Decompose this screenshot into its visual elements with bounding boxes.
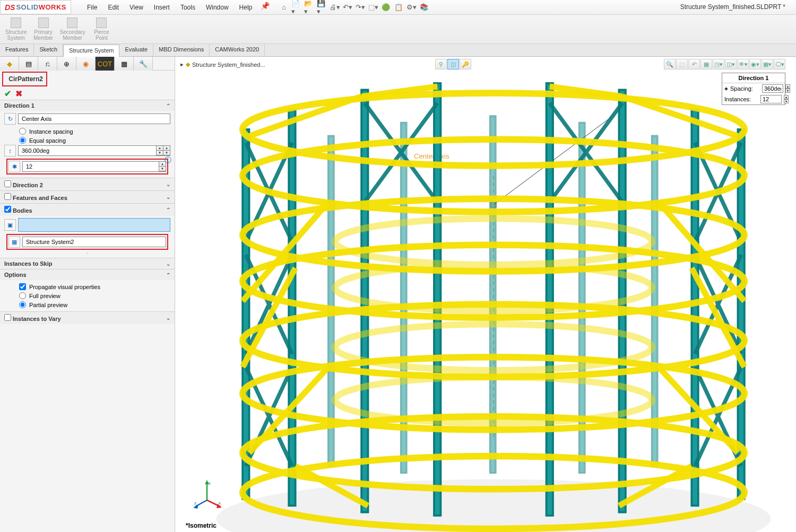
count-icon[interactable]: ✱ <box>8 161 20 172</box>
pin-icon[interactable]: 📌 <box>257 2 273 13</box>
config-manager-icon[interactable]: ⎌ <box>38 57 57 71</box>
cam-tree-icon[interactable]: COT <box>96 57 115 71</box>
radio-equal-spacing[interactable]: Equal spacing <box>4 136 170 145</box>
view-triad[interactable]: y x z <box>191 479 223 511</box>
hide-show-icon[interactable]: 👁▾ <box>737 59 749 69</box>
tab-features[interactable]: Features <box>0 44 34 56</box>
cancel-button[interactable]: ✖ <box>15 89 22 99</box>
prev-view-icon[interactable]: ↶ <box>688 59 700 69</box>
menu-insert[interactable]: Insert <box>149 2 175 13</box>
group-direction1-header[interactable]: Direction 1⌃ <box>0 100 175 111</box>
secondary-member-button[interactable]: Secondary Member <box>57 15 89 43</box>
chevron-down-icon: ⌄ <box>166 315 170 321</box>
menu-file[interactable]: File <box>82 2 102 13</box>
axis-icon[interactable]: ↻ <box>4 113 16 125</box>
primary-member-button[interactable]: Primary Member <box>30 15 57 43</box>
group-bodies-header[interactable]: Bodies⌃ <box>0 204 175 216</box>
section-icon[interactable]: ▦ <box>700 59 712 69</box>
quick-toolbar: ⌂ 📄▾ 📂▾ 💾▾ 🖨▾ ↶▾ ↷▾ ⬚▾ 🟢 📋 ⚙▾ 📚 <box>278 2 430 13</box>
check-propagate[interactable]: Propagate visual properties <box>4 282 170 291</box>
svg-text:z: z <box>194 501 196 505</box>
rebuild-icon[interactable]: 🟢 <box>380 2 392 13</box>
settings-icon[interactable]: ⚙▾ <box>405 2 417 13</box>
direction2-checkbox[interactable] <box>4 180 11 187</box>
bodies-selection-field[interactable] <box>18 218 170 232</box>
help-icon[interactable]: ⓘ <box>165 155 171 165</box>
structure-3d <box>196 70 791 532</box>
tab-evaluate[interactable]: Evaluate <box>119 44 153 56</box>
group-bodies: Bodies⌃ ▣ ▦ ◦ <box>0 203 175 258</box>
undo-icon[interactable]: ↶▾ <box>342 2 353 13</box>
chevron-down-icon: ⌄ <box>166 194 170 200</box>
zoom-area-icon[interactable]: ⬚ <box>676 59 688 69</box>
select-icon[interactable]: ⬚▾ <box>367 2 379 13</box>
group-options-header[interactable]: Options⌃ <box>0 269 175 280</box>
ok-button[interactable]: ✔ <box>4 89 11 99</box>
group-features-faces-header[interactable]: Features and Faces⌄ <box>0 191 175 203</box>
view-cube-icon[interactable]: ◫ <box>447 59 459 69</box>
tab-structure-system[interactable]: Structure System <box>63 45 119 57</box>
axis-input[interactable] <box>18 114 170 124</box>
open-icon[interactable]: 📂▾ <box>304 2 315 13</box>
redo-icon[interactable]: ↷▾ <box>354 2 366 13</box>
menu-window[interactable]: Window <box>201 2 234 13</box>
angle-input[interactable] <box>19 146 156 155</box>
library-icon[interactable]: 📚 <box>418 2 430 13</box>
pierce-point-button[interactable]: Pierce Point <box>88 15 115 43</box>
svg-rect-16 <box>691 110 698 506</box>
menu-view[interactable]: View <box>124 2 149 13</box>
panel-tabs: ◆ ▤ ⎌ ⊕ ◉ COT ▦ 🔧 <box>0 57 175 71</box>
group-direction2-header[interactable]: Direction 2⌄ <box>0 178 175 190</box>
key-icon[interactable]: 🔑 <box>460 59 471 69</box>
property-manager-icon[interactable]: ▤ <box>19 57 38 71</box>
expand-icon[interactable]: ▸ <box>180 61 184 68</box>
tab-mbd[interactable]: MBD Dimensions <box>153 44 210 56</box>
panel-icon-7[interactable]: ▦ <box>115 57 134 71</box>
viewport-icon[interactable]: 🖵▾ <box>774 59 785 69</box>
bodies-icon[interactable]: ▣ <box>4 219 16 231</box>
print-icon[interactable]: 🖨▾ <box>329 2 341 13</box>
tab-camworks[interactable]: CAMWorks 2020 <box>210 44 265 56</box>
breadcrumb[interactable]: ▸ ◆ Structure System_finished... <box>180 61 265 68</box>
features-faces-checkbox[interactable] <box>4 193 11 200</box>
menu-help[interactable]: Help <box>234 2 258 13</box>
structure-system-button[interactable]: Structure System <box>2 15 30 43</box>
bodies-checkbox[interactable] <box>4 206 11 213</box>
save-icon[interactable]: 💾▾ <box>316 2 328 13</box>
display-style-icon[interactable]: ◫▾ <box>725 59 737 69</box>
display-manager-icon[interactable]: ◉ <box>76 57 96 71</box>
menu-tools[interactable]: Tools <box>175 2 201 13</box>
instances-vary-checkbox[interactable] <box>4 314 11 321</box>
chevron-up-icon: ⌃ <box>166 103 170 109</box>
home-icon[interactable]: ⌂ <box>278 2 290 13</box>
radio-partial-preview[interactable]: Partial preview <box>4 300 170 309</box>
viewport[interactable]: ▸ ◆ Structure System_finished... ⚲ ◫ 🔑 🔍… <box>175 57 796 532</box>
angle-spinner[interactable]: ▲▼ <box>156 146 163 155</box>
feature-tree-icon[interactable]: ◆ <box>0 57 19 71</box>
radio-full-preview[interactable]: Full preview <box>4 291 170 300</box>
scene-icon[interactable]: ▦▾ <box>762 59 773 69</box>
structure-icon[interactable]: ▦ <box>8 236 20 248</box>
angle-icon[interactable]: ↕ <box>4 145 16 156</box>
dimxpert-icon[interactable]: ⊕ <box>57 57 76 71</box>
view-orient-icon[interactable]: ◳▾ <box>713 59 724 69</box>
new-icon[interactable]: 📄▾ <box>291 2 302 13</box>
panel-icon-8[interactable]: 🔧 <box>134 57 153 71</box>
zoom-fit-icon[interactable]: 🔍 <box>664 59 676 69</box>
logo-solid: SOLID <box>16 3 38 11</box>
view-toolbar-right: 🔍 ⬚ ↶ ▦ ◳▾ ◫▾ 👁▾ ◉▾ ▦▾ 🖵▾ <box>664 59 785 69</box>
group-instances-skip-header[interactable]: Instances to Skip⌄ <box>0 258 175 269</box>
triad-icon[interactable]: ⚲ <box>435 59 447 69</box>
chevron-up-icon: ⌃ <box>166 272 170 278</box>
tab-sketch[interactable]: Sketch <box>34 44 63 56</box>
group-options: Options⌃ Propagate visual properties Ful… <box>0 269 175 311</box>
appearance-icon[interactable]: ◉▾ <box>749 59 761 69</box>
radio-instance-spacing[interactable]: Instance spacing <box>4 127 170 136</box>
pm-header: CirPattern2 <box>2 72 47 86</box>
menu-edit[interactable]: Edit <box>102 2 124 13</box>
structure-input[interactable] <box>22 237 166 247</box>
options-icon[interactable]: 📋 <box>393 2 404 13</box>
count-input[interactable] <box>23 162 159 171</box>
group-instances-vary-header[interactable]: Instances to Vary⌄ <box>0 312 175 324</box>
angle-spinner-2[interactable]: ▲▼ <box>163 146 170 155</box>
